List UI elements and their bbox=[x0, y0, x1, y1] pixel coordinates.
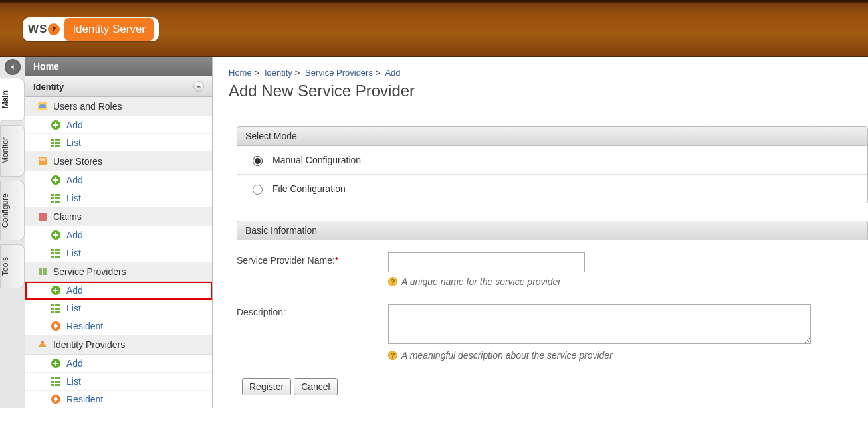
sp-name-input[interactable] bbox=[388, 252, 585, 272]
svg-rect-17 bbox=[55, 197, 60, 199]
svg-rect-34 bbox=[51, 311, 54, 313]
sidebar-item-idp-resident[interactable]: Resident bbox=[25, 391, 212, 408]
cancel-button[interactable]: Cancel bbox=[294, 378, 338, 395]
add-icon bbox=[51, 120, 61, 130]
service-provider-icon bbox=[37, 266, 48, 277]
sidebar-section-label: Identity bbox=[33, 82, 64, 92]
radio-file-config-input[interactable] bbox=[253, 185, 263, 195]
sidebar-item-stores-list[interactable]: List bbox=[25, 189, 212, 207]
info-icon: ? bbox=[388, 351, 397, 360]
sidebar-item-users-add[interactable]: Add bbox=[25, 116, 212, 134]
radio-label: File Configuration bbox=[272, 183, 346, 194]
sidebar-item-label: List bbox=[66, 193, 81, 203]
divider bbox=[229, 110, 868, 110]
svg-rect-24 bbox=[51, 252, 54, 254]
radio-manual-config-input[interactable] bbox=[253, 156, 263, 166]
identity-provider-icon bbox=[37, 339, 48, 350]
radio-manual-config[interactable]: Manual Configuration bbox=[237, 146, 867, 174]
breadcrumb-home[interactable]: Home bbox=[229, 68, 252, 78]
svg-rect-26 bbox=[55, 249, 60, 251]
sidebar-section-identity[interactable]: Identity bbox=[25, 76, 212, 97]
chevron-up-icon[interactable] bbox=[193, 81, 204, 92]
sidebar-item-users-list[interactable]: List bbox=[25, 134, 212, 152]
svg-rect-35 bbox=[55, 304, 60, 306]
rail-tab-main[interactable]: Main bbox=[0, 78, 25, 121]
sidebar-item-label: Resident bbox=[66, 321, 103, 331]
add-icon bbox=[51, 230, 61, 240]
svg-rect-36 bbox=[55, 308, 60, 310]
sp-name-hint: ? A unique name for the service provider bbox=[388, 276, 585, 287]
app-logo: WS2 Identity Server bbox=[23, 17, 159, 41]
rail-tab-tools[interactable]: Tools bbox=[0, 244, 25, 288]
breadcrumb-identity[interactable]: Identity bbox=[265, 68, 292, 78]
svg-rect-13 bbox=[51, 194, 54, 196]
svg-rect-25 bbox=[51, 256, 54, 258]
select-mode-header: Select Mode bbox=[237, 126, 868, 146]
sidebar-group-service-providers[interactable]: Service Providers bbox=[25, 262, 212, 282]
sidebar-item-idp-list[interactable]: List bbox=[25, 373, 212, 391]
resident-icon bbox=[51, 321, 61, 331]
database-icon bbox=[37, 156, 48, 167]
sidebar-home[interactable]: Home bbox=[25, 57, 212, 76]
sidebar-group-label: User Stores bbox=[53, 156, 102, 167]
sidebar: Home Identity Users and Roles Add bbox=[25, 57, 213, 408]
svg-rect-21 bbox=[40, 217, 45, 218]
sidebar-group-claims[interactable]: Claims bbox=[25, 207, 212, 226]
sidebar-item-claims-list[interactable]: List bbox=[25, 244, 212, 262]
back-icon[interactable] bbox=[5, 59, 21, 75]
sidebar-item-label: List bbox=[66, 248, 81, 258]
sidebar-group-label: Users and Roles bbox=[53, 101, 122, 112]
list-icon bbox=[51, 376, 61, 387]
svg-point-2 bbox=[42, 104, 46, 108]
sp-name-label: Service Provider Name:* bbox=[237, 252, 388, 266]
radio-file-config[interactable]: File Configuration bbox=[237, 174, 867, 203]
sp-desc-textarea[interactable] bbox=[388, 304, 811, 344]
svg-rect-29 bbox=[39, 268, 42, 275]
svg-rect-15 bbox=[51, 201, 54, 203]
sidebar-item-claims-add[interactable]: Add bbox=[25, 226, 212, 244]
svg-rect-32 bbox=[51, 304, 54, 306]
add-icon bbox=[51, 285, 61, 296]
svg-rect-42 bbox=[51, 381, 54, 383]
svg-rect-46 bbox=[55, 384, 60, 386]
svg-rect-45 bbox=[55, 381, 60, 383]
sidebar-item-sp-add[interactable]: Add bbox=[25, 282, 212, 300]
sidebar-item-idp-add[interactable]: Add bbox=[25, 355, 212, 373]
svg-rect-14 bbox=[51, 197, 54, 199]
svg-rect-4 bbox=[51, 139, 54, 141]
info-icon: ? bbox=[388, 277, 397, 286]
breadcrumb: Home> Identity> Service Providers> Add bbox=[229, 68, 868, 78]
sidebar-item-label: Add bbox=[66, 120, 83, 130]
svg-rect-7 bbox=[55, 139, 60, 141]
app-title: Identity Server bbox=[64, 18, 154, 41]
svg-rect-20 bbox=[40, 214, 45, 215]
sidebar-item-label: List bbox=[66, 303, 81, 313]
sidebar-group-users-roles[interactable]: Users and Roles bbox=[25, 97, 212, 116]
radio-label: Manual Configuration bbox=[272, 155, 361, 165]
rail-tab-monitor[interactable]: Monitor bbox=[0, 125, 25, 177]
sidebar-item-label: List bbox=[66, 137, 81, 148]
claims-icon bbox=[37, 211, 48, 222]
svg-rect-6 bbox=[51, 145, 54, 147]
list-icon bbox=[51, 248, 61, 258]
sidebar-item-sp-resident[interactable]: Resident bbox=[25, 317, 212, 335]
sidebar-item-label: Add bbox=[66, 230, 83, 240]
register-button[interactable]: Register bbox=[242, 378, 291, 395]
svg-rect-43 bbox=[51, 384, 54, 386]
sidebar-item-sp-list[interactable]: List bbox=[25, 300, 212, 317]
rail-tab-configure[interactable]: Configure bbox=[0, 181, 25, 240]
svg-point-11 bbox=[39, 158, 46, 161]
svg-rect-44 bbox=[55, 377, 60, 379]
sidebar-group-identity-providers[interactable]: Identity Providers bbox=[25, 335, 212, 355]
sidebar-group-user-stores[interactable]: User Stores bbox=[25, 152, 212, 171]
breadcrumb-sp[interactable]: Service Providers bbox=[305, 68, 373, 78]
svg-rect-16 bbox=[55, 194, 60, 196]
sidebar-item-stores-add[interactable]: Add bbox=[25, 171, 212, 189]
sidebar-group-label: Claims bbox=[53, 211, 82, 222]
header-banner: WS2 Identity Server bbox=[0, 0, 868, 57]
svg-rect-30 bbox=[43, 268, 47, 275]
sidebar-item-label: List bbox=[66, 376, 81, 387]
svg-rect-37 bbox=[55, 311, 60, 313]
list-icon bbox=[51, 303, 61, 313]
svg-rect-27 bbox=[55, 252, 60, 254]
